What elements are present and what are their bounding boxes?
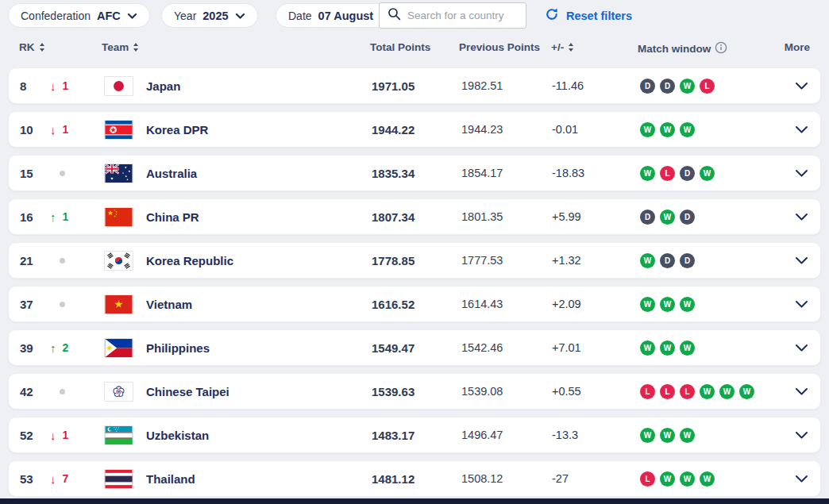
- result-badge-w: W: [640, 340, 655, 356]
- rank-up-icon: ↑: [50, 210, 56, 224]
- table-row[interactable]: 15Australia1835.341854.17-18.83WLDW: [8, 155, 821, 191]
- result-badge-w: W: [700, 471, 715, 487]
- table-row[interactable]: 16↑1China PR1807.341801.35+5.99DWD: [8, 198, 821, 235]
- previous-points-value: 1496.47: [461, 417, 503, 452]
- rank-unchanged-dot: [60, 302, 65, 307]
- previous-points-value: 1614.43: [461, 287, 503, 321]
- expand-row-button[interactable]: [789, 287, 814, 321]
- table-row[interactable]: 10↓1Korea DPR1944.221944.23-0.01WWW: [8, 111, 821, 148]
- reset-filters-button[interactable]: Reset filters: [545, 7, 632, 25]
- table-row[interactable]: 53↓7Thailand1481.121508.12-27LWWW: [8, 460, 821, 497]
- total-points-value: 1778.85: [372, 243, 414, 278]
- search-input[interactable]: [407, 10, 518, 21]
- confederation-filter-label: Confederation: [21, 10, 91, 22]
- team-flag-australia: [104, 156, 133, 190]
- rank-down-icon: ↓: [50, 472, 56, 486]
- result-badge-l: L: [680, 384, 695, 399]
- expand-row-button[interactable]: [789, 156, 814, 190]
- points-change-value: -11.46: [552, 68, 584, 103]
- points-change-value: +7.01: [552, 330, 581, 365]
- table-row[interactable]: 8↓1Japan1971.051982.51-11.46DDWL: [8, 67, 821, 104]
- team-flag-korea-republic: [104, 243, 133, 278]
- expand-row-button[interactable]: [789, 417, 814, 452]
- rank-movement-value: 1: [63, 210, 69, 223]
- expand-row-button[interactable]: [789, 330, 814, 365]
- expand-row-button[interactable]: [789, 461, 814, 496]
- team-flag-uzbekistan: [104, 417, 133, 452]
- header-match-window: Match window: [638, 41, 727, 56]
- table-header: RK Team Total Points Previous Points +/-…: [0, 37, 829, 60]
- team-name: Philippines: [146, 330, 210, 365]
- table-row[interactable]: 37Vietnam1616.521614.43+2.09WWW: [8, 286, 821, 322]
- result-badge-w: W: [680, 122, 695, 137]
- match-window-results: WWW: [640, 330, 695, 365]
- rank-value: 42: [20, 374, 33, 409]
- reset-filters-label: Reset filters: [566, 10, 632, 22]
- match-window-results: DWD: [640, 199, 695, 234]
- result-badge-w: W: [640, 166, 655, 181]
- team-name: Thailand: [146, 461, 195, 496]
- total-points-value: 1539.63: [372, 374, 414, 409]
- result-badge-w: W: [700, 166, 715, 181]
- info-icon[interactable]: [715, 41, 727, 56]
- rank-movement-value: 1: [63, 123, 69, 136]
- team-flag-japan: [104, 68, 133, 103]
- header-rank[interactable]: RK: [19, 41, 45, 53]
- result-badge-w: W: [640, 297, 655, 312]
- previous-points-value: 1944.23: [461, 112, 503, 147]
- header-plus-minus[interactable]: +/-: [551, 41, 574, 53]
- match-window-results: WWW: [640, 417, 695, 452]
- rank-movement-value: 1: [63, 429, 69, 441]
- header-more: More: [785, 41, 810, 53]
- team-name: Chinese Taipei: [146, 374, 229, 409]
- points-change-value: -0.01: [552, 112, 578, 147]
- table-row[interactable]: 42Chinese Taipei1539.631539.08+0.55LLLWW…: [8, 373, 821, 410]
- rank-up-icon: ↑: [50, 341, 56, 355]
- sort-icon: [568, 42, 574, 52]
- team-flag-philippines: [104, 330, 133, 365]
- table-row[interactable]: 52↓1Uzbekistan1483.171496.47-13.3WWW: [8, 417, 821, 453]
- expand-row-button[interactable]: [789, 112, 814, 147]
- result-badge-w: W: [660, 340, 675, 356]
- expand-row-button[interactable]: [789, 374, 814, 409]
- rankings-rows: 8↓1Japan1971.051982.51-11.46DDWL10↓1Kore…: [8, 67, 821, 504]
- table-row[interactable]: 21Korea Republic1778.851777.53+1.32WDD: [8, 242, 821, 279]
- result-badge-w: W: [700, 384, 715, 399]
- result-badge-w: W: [680, 471, 695, 487]
- result-badge-d: D: [660, 253, 675, 268]
- previous-points-value: 1982.51: [461, 68, 503, 103]
- year-filter[interactable]: Year 2025: [161, 3, 258, 28]
- rank-down-icon: ↓: [50, 429, 56, 442]
- confederation-filter[interactable]: Confederation AFC: [8, 3, 150, 28]
- team-flag-chinese-taipei: [104, 374, 133, 409]
- date-filter-label: Date: [288, 10, 312, 22]
- expand-row-button[interactable]: [789, 68, 814, 103]
- result-badge-l: L: [700, 79, 715, 94]
- previous-points-value: 1801.35: [461, 199, 503, 234]
- rank-value: 53: [20, 461, 33, 496]
- previous-points-value: 1539.08: [461, 374, 503, 409]
- total-points-value: 1481.12: [372, 461, 414, 496]
- rank-movement-value: 7: [63, 472, 69, 485]
- result-badge-w: W: [640, 428, 655, 443]
- result-badge-w: W: [680, 297, 695, 312]
- result-badge-d: D: [640, 79, 655, 94]
- expand-row-button[interactable]: [789, 243, 814, 278]
- rank-down-icon: ↓: [50, 123, 56, 137]
- rank-movement-value: 2: [63, 341, 69, 354]
- team-name: Uzbekistan: [146, 417, 209, 452]
- table-row[interactable]: 39↑2Philippines1549.471542.46+7.01WWW: [8, 329, 821, 366]
- result-badge-l: L: [640, 471, 655, 487]
- rank-movement: ↑2: [50, 330, 68, 365]
- year-filter-value: 2025: [202, 10, 228, 22]
- team-name: Japan: [146, 68, 180, 103]
- rank-movement: ↑1: [50, 199, 68, 234]
- points-change-value: +2.09: [552, 287, 581, 321]
- total-points-value: 1807.34: [372, 199, 414, 234]
- result-badge-d: D: [680, 166, 695, 181]
- header-team[interactable]: Team: [102, 41, 139, 53]
- expand-row-button[interactable]: [789, 199, 814, 234]
- result-badge-d: D: [640, 210, 655, 225]
- match-window-results: LWWW: [640, 461, 715, 496]
- team-name: Vietnam: [146, 287, 192, 321]
